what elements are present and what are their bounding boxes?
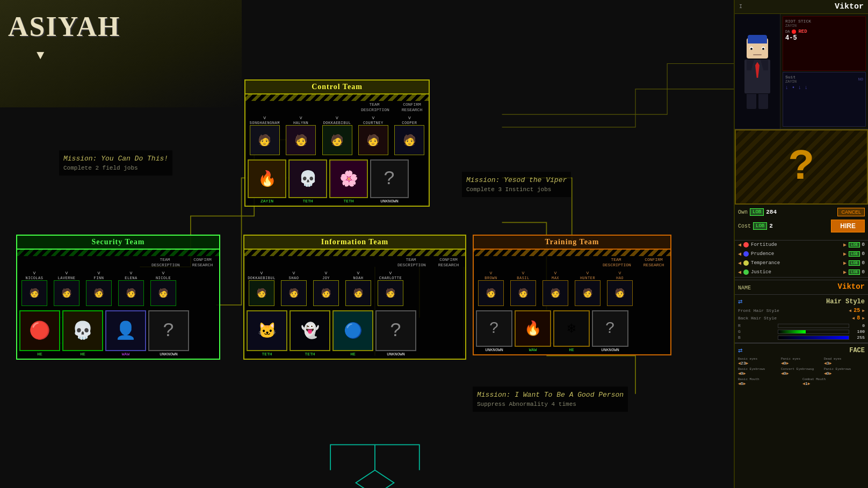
monster-waw-train[interactable]: 🔥 WAW: [515, 310, 551, 352]
information-team-panel: Information Team Team Description Confir…: [243, 235, 466, 360]
basic-mouth-label: Basic Mouth: [738, 377, 800, 381]
monster-unknown-ctrl[interactable]: ? UNKNOWN: [370, 159, 409, 203]
fortitude-label: Fortitude: [751, 242, 841, 247]
basic-eyes-right[interactable]: ▶: [746, 361, 748, 366]
information-sub-2: Confirm Research: [435, 257, 462, 267]
monster-he-sec-1[interactable]: 🔴 HE: [19, 310, 60, 356]
color-r-bar[interactable]: [778, 324, 849, 328]
da-label: DA: [785, 30, 790, 34]
back-hair-right[interactable]: ▶: [862, 316, 865, 321]
information-subheader: Team Description Confirm Research: [244, 256, 465, 268]
basic-eyebrows-right[interactable]: ▶: [743, 371, 746, 376]
member-laverne[interactable]: V LaVerne 🧑: [52, 271, 82, 306]
member-finn[interactable]: V Finn 🧑: [84, 271, 114, 306]
suit-slot[interactable]: Suit ZAYIN NO ↓ • ↓ ↓: [783, 72, 866, 127]
panic-eyebrows-group: Panic Eyebrows ◀ 0 ▶: [824, 367, 865, 376]
monster-he-train[interactable]: ❄️ HE: [553, 310, 590, 352]
monster-teth-info-1[interactable]: 🐱 TETH: [247, 310, 287, 356]
fortitude-right-arrow[interactable]: ▶: [843, 242, 847, 248]
hair-shuffle-icon[interactable]: ⇄: [738, 297, 742, 306]
suit-subtitle: ZAYIN: [785, 79, 797, 84]
security-monster-row: 🔴 HE 💀 HE 👤 WAW ? UNKNOWN: [17, 308, 219, 359]
color-b-bar[interactable]: [778, 336, 849, 340]
stat-justice: ◀ Justice ▶ LOB 0: [735, 268, 868, 276]
justice-left-arrow[interactable]: ◀: [738, 269, 741, 275]
panic-eyebrows-right[interactable]: ▶: [829, 371, 832, 376]
weapon-subtitle: ZAYIN: [785, 24, 863, 28]
face-shuffle-icon[interactable]: ⇄: [738, 346, 742, 355]
divider-2: [735, 277, 868, 278]
mission-right-title: Mission: Yesod the Viper: [466, 176, 567, 184]
member-shao[interactable]: V Shao 🧑: [279, 271, 309, 306]
monster-teth-ctrl-2[interactable]: 🌸 TETH: [329, 159, 368, 203]
member-hunter[interactable]: V Hunter 🧑: [573, 271, 603, 306]
name-section: NAME Viktor: [735, 280, 868, 295]
weapon-icon: [792, 30, 796, 34]
front-hair-left[interactable]: ◀: [849, 308, 851, 313]
monster-unknown-sec[interactable]: ? UNKNOWN: [148, 310, 189, 356]
monster-waw-sec[interactable]: 👤 WAW: [105, 310, 146, 356]
basic-mouth-right[interactable]: ▶: [743, 381, 746, 386]
name-value-text: Viktor: [838, 282, 865, 291]
member-songhaengnam[interactable]: V Songhaengnam 🧑: [248, 115, 281, 155]
weapon-slot[interactable]: Riot Stick ZAYIN DA RED 4-5: [783, 16, 866, 71]
mission-bottom: Mission: I Want To Be A Good Person Supp…: [473, 387, 628, 412]
cancel-button[interactable]: CANCEL: [837, 208, 865, 216]
monster-teth-info-2[interactable]: 👻 TETH: [290, 310, 330, 356]
hire-button[interactable]: HIRE: [831, 220, 865, 232]
prudence-left-arrow[interactable]: ◀: [738, 251, 741, 257]
temperance-value: 0: [862, 260, 865, 266]
fortitude-icon: [743, 242, 749, 247]
temperance-right-arrow[interactable]: ▶: [843, 260, 847, 266]
security-sub-1: Team Description: [151, 257, 178, 267]
cost-row: Cost LOB 2 HIRE: [738, 220, 865, 232]
member-dokkaebibul-info[interactable]: V Dokkaebibul 🧑: [247, 271, 277, 306]
control-stripe: [245, 94, 429, 101]
information-sub-1: Team Description: [397, 257, 424, 267]
control-member-row: V Songhaengnam 🧑 V Halynn 🧑 V Dokkaebibu…: [245, 113, 429, 157]
fortitude-left-arrow[interactable]: ◀: [738, 242, 741, 248]
monster-he-info[interactable]: 🔵 HE: [332, 310, 373, 356]
hire-section: Own LOB 284 CANCEL Cost LOB 2 HIRE: [735, 205, 868, 240]
face-label: FACE: [849, 347, 865, 354]
justice-value: 0: [862, 270, 865, 275]
training-member-row: V Brown 🧑 V Basil 🧑 V Max 🧑 V Hunter 🧑 V…: [474, 268, 670, 308]
member-noah[interactable]: V Noah 🧑: [343, 271, 373, 306]
member-nicole[interactable]: V Nicole 🧑: [148, 271, 178, 306]
member-courtney[interactable]: V Courtney 🧑: [356, 115, 390, 155]
member-joy[interactable]: V Joy 🧑: [311, 271, 341, 306]
monster-unknown-train-2[interactable]: ? UNKNOWN: [592, 310, 628, 352]
combat-mouth-right[interactable]: ▶: [808, 381, 811, 386]
member-cooper[interactable]: V Cooper 🧑: [393, 115, 426, 155]
member-elena[interactable]: V Elena 🧑: [116, 271, 146, 306]
front-hair-right[interactable]: ▶: [862, 308, 865, 313]
member-charlotte[interactable]: V Charlotte 🧑: [375, 271, 406, 306]
back-hair-left[interactable]: ◀: [852, 316, 855, 321]
member-hao[interactable]: V Hao 🧑: [605, 271, 635, 306]
monster-he-sec-2[interactable]: 💀 HE: [62, 310, 103, 356]
justice-right-arrow[interactable]: ▶: [843, 269, 847, 275]
prudence-right-arrow[interactable]: ▶: [843, 251, 847, 257]
question-mark: ?: [789, 143, 814, 192]
member-basil[interactable]: V Basil 🧑: [508, 271, 538, 306]
control-sub-1: Team Description: [361, 102, 388, 112]
dead-eyes-right[interactable]: ▶: [829, 361, 832, 366]
monster-zayin-ctrl[interactable]: 🔥 ZAYIN: [248, 159, 286, 203]
member-brown[interactable]: V Brown 🧑: [476, 271, 506, 306]
monster-teth-ctrl-1[interactable]: 💀 TETH: [288, 159, 327, 203]
face-section: ⇄ FACE Basic eyes ◀ 23 ▶ Panic eyes ◀ 0 …: [735, 343, 868, 388]
member-halynn[interactable]: V Halynn 🧑: [284, 115, 317, 155]
monster-unknown-info[interactable]: ? UNKNOWN: [375, 310, 416, 356]
temperance-left-arrow[interactable]: ◀: [738, 260, 741, 266]
member-max[interactable]: V Max 🧑: [540, 271, 570, 306]
color-b-value: 255: [851, 335, 865, 340]
color-g-bar[interactable]: [778, 330, 849, 334]
color-g-label: G: [738, 329, 776, 334]
monster-unknown-train-1[interactable]: ? UNKNOWN: [476, 310, 512, 352]
asiyah-title: ASIYAH: [8, 11, 121, 42]
back-hair-value: 8: [857, 315, 860, 321]
convert-eyebrows-right[interactable]: ▶: [786, 371, 789, 376]
member-dokkaebibul-ctrl[interactable]: V Dokkaebibul 🧑: [320, 115, 354, 155]
panic-eyes-right[interactable]: ▶: [786, 361, 789, 366]
member-nicolas[interactable]: V Nicolas 🧑: [19, 271, 49, 306]
